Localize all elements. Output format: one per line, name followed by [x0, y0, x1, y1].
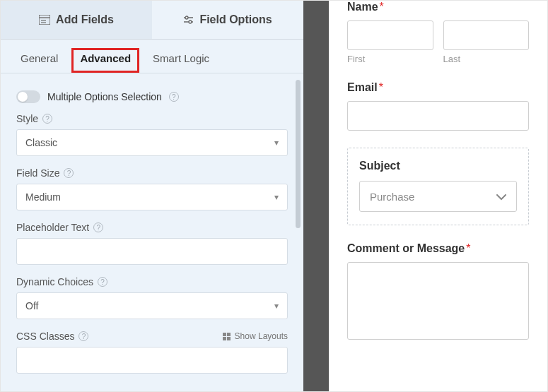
chevron-down-icon: ▾: [274, 138, 279, 148]
subtab-smart-logic[interactable]: Smart Logic: [148, 48, 214, 73]
show-layouts-link[interactable]: Show Layouts: [223, 331, 288, 341]
subject-select[interactable]: Purchase: [359, 181, 517, 212]
first-name-input[interactable]: [347, 20, 433, 50]
scrollbar-thumb[interactable]: [296, 80, 301, 228]
style-label: Style: [16, 113, 38, 124]
dynamic-choices-select[interactable]: Off ▾: [16, 292, 288, 319]
field-size-label: Field Size: [16, 167, 59, 179]
svg-point-5: [185, 16, 188, 19]
chevron-down-icon: ▾: [274, 192, 279, 202]
advanced-highlight: Advanced: [71, 48, 139, 73]
grid-icon: [223, 333, 231, 340]
sliders-icon: [183, 15, 194, 25]
help-icon[interactable]: ?: [169, 92, 179, 102]
tab-field-options-label: Field Options: [199, 13, 272, 26]
svg-rect-0: [39, 15, 50, 25]
placeholder-input[interactable]: [16, 238, 288, 265]
name-label: Name*: [347, 1, 529, 13]
subject-label: Subject: [359, 160, 517, 172]
form-preview: Name* First Last Email* Subject: [329, 1, 547, 391]
first-sublabel: First: [347, 54, 433, 64]
email-input[interactable]: [347, 101, 529, 131]
comment-textarea[interactable]: [347, 262, 529, 340]
scrollbar[interactable]: [296, 80, 301, 334]
svg-point-7: [189, 20, 192, 23]
chevron-down-icon: [496, 191, 506, 203]
placeholder-label: Placeholder Text: [16, 222, 89, 233]
css-classes-input[interactable]: [16, 347, 288, 374]
subtab-advanced[interactable]: Advanced: [75, 48, 136, 73]
field-size-value: Medium: [25, 191, 61, 203]
subject-field-selected[interactable]: Subject Purchase: [347, 148, 529, 225]
multiple-options-toggle[interactable]: [16, 90, 40, 103]
required-mark: *: [466, 242, 470, 254]
help-icon[interactable]: ?: [64, 168, 74, 178]
dynamic-choices-value: Off: [25, 300, 38, 311]
required-mark: *: [379, 81, 383, 93]
required-mark: *: [380, 1, 384, 13]
show-layouts-label: Show Layouts: [235, 331, 288, 341]
help-icon[interactable]: ?: [42, 114, 52, 124]
dynamic-choices-label: Dynamic Choices: [16, 276, 93, 287]
subject-value: Purchase: [370, 191, 414, 203]
last-name-input[interactable]: [443, 20, 530, 50]
form-icon: [39, 15, 50, 25]
field-size-select[interactable]: Medium ▾: [16, 184, 288, 210]
subtab-general[interactable]: General: [16, 48, 62, 73]
help-icon[interactable]: ?: [98, 277, 107, 287]
last-sublabel: Last: [443, 54, 530, 64]
panel-divider: [303, 1, 329, 391]
css-classes-label: CSS Classes: [16, 331, 74, 342]
field-options-panel: Add Fields Field Options General Advance…: [1, 1, 303, 391]
chevron-down-icon: ▾: [274, 301, 279, 311]
multiple-options-label: Multiple Options Selection: [47, 91, 162, 102]
style-value: Classic: [25, 137, 57, 148]
email-label: Email*: [347, 81, 529, 94]
tab-add-fields-label: Add Fields: [56, 13, 114, 26]
tab-add-fields[interactable]: Add Fields: [1, 1, 152, 39]
help-icon[interactable]: ?: [78, 331, 88, 341]
tab-field-options[interactable]: Field Options: [152, 1, 303, 39]
style-select[interactable]: Classic ▾: [16, 129, 288, 156]
help-icon[interactable]: ?: [93, 222, 103, 232]
comment-label: Comment or Message*: [347, 242, 529, 255]
